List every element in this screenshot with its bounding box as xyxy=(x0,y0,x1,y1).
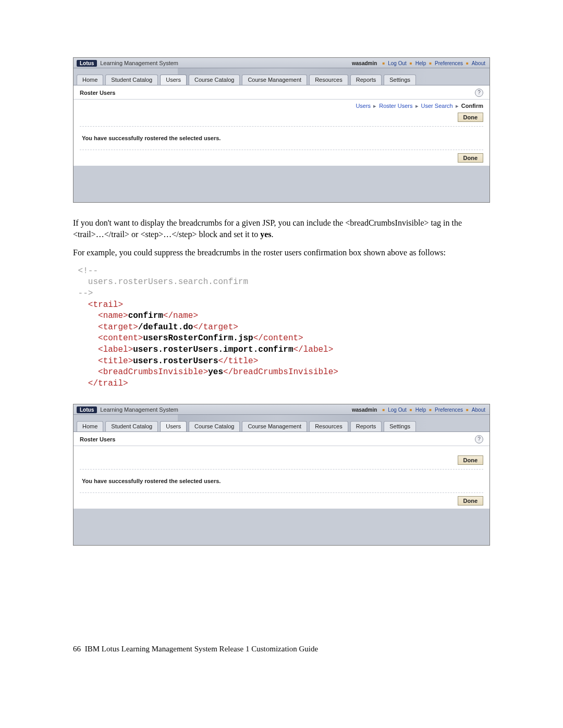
tab-reports[interactable]: Reports xyxy=(350,421,382,431)
code-value: confirm xyxy=(128,311,163,320)
sep-icon: ■ xyxy=(382,408,385,412)
preferences-link[interactable]: Preferences xyxy=(435,60,463,66)
breadcrumb: Users ▸ Roster Users ▸ User Search ▸ Con… xyxy=(74,100,489,110)
code-value: /default.do xyxy=(138,323,193,332)
tab-student-catalog[interactable]: Student Catalog xyxy=(105,421,158,431)
button-row-top: Done xyxy=(74,446,489,468)
code-tag: name xyxy=(103,311,123,320)
screenshot-with-breadcrumbs: Lotus Learning Management System wasadmi… xyxy=(73,57,490,203)
sep-icon: ■ xyxy=(429,61,432,66)
tab-users[interactable]: Users xyxy=(160,421,187,431)
header-links: wasadmin ■ Log Out ■ Help ■ Preferences … xyxy=(352,407,485,413)
content-area: Roster Users ? Done You have successfull… xyxy=(74,432,489,509)
tab-settings[interactable]: Settings xyxy=(384,421,416,431)
header-links: wasadmin ■ Log Out ■ Help ■ Preferences … xyxy=(352,60,485,66)
sep-icon: ■ xyxy=(466,61,469,66)
code-value: usersRosterConfirm.jsp xyxy=(143,334,253,343)
done-button[interactable]: Done xyxy=(458,113,484,122)
code-tag: trail xyxy=(98,379,123,388)
help-icon[interactable]: ? xyxy=(475,435,483,443)
tab-settings[interactable]: Settings xyxy=(384,75,416,85)
code-tag: trail xyxy=(93,300,118,310)
breadcrumb-user-search[interactable]: User Search xyxy=(421,103,453,109)
page-footer: 66 IBM Lotus Learning Management System … xyxy=(73,645,490,653)
page-title: Roster Users xyxy=(80,436,115,442)
code-tag: label xyxy=(103,345,128,354)
tab-reports[interactable]: Reports xyxy=(350,75,382,85)
divider xyxy=(80,469,483,470)
done-button[interactable]: Done xyxy=(458,455,484,465)
code-value: users.rosterUsers xyxy=(133,356,218,366)
doc-text: . xyxy=(272,230,274,239)
about-link[interactable]: About xyxy=(472,60,485,66)
app-header: Lotus Learning Management System wasadmi… xyxy=(74,404,489,415)
about-link[interactable]: About xyxy=(472,407,485,413)
app-brand: Lotus Learning Management System xyxy=(77,406,178,413)
help-link[interactable]: Help xyxy=(415,407,426,413)
chevron-right-icon: ▸ xyxy=(456,103,459,109)
page-title-bar: Roster Users ? xyxy=(74,85,489,100)
help-link[interactable]: Help xyxy=(415,60,426,66)
button-row-bottom: Done xyxy=(74,151,489,166)
brand-text: Learning Management System xyxy=(100,60,178,66)
chevron-right-icon: ▸ xyxy=(373,103,376,109)
sep-icon: ■ xyxy=(410,61,412,66)
sep-icon: ■ xyxy=(466,408,469,412)
page-number: 66 xyxy=(73,645,81,653)
done-button[interactable]: Done xyxy=(458,496,484,505)
footer-title: IBM Lotus Learning Management System Rel… xyxy=(85,645,318,653)
code-tag: title xyxy=(228,356,253,366)
doc-text-bold: yes xyxy=(260,230,271,239)
code-tag: breadCrumbsInvisible xyxy=(103,367,203,377)
tab-row: Home Student Catalog Users Course Catalo… xyxy=(74,68,489,85)
tab-resources[interactable]: Resources xyxy=(309,421,348,431)
logout-link[interactable]: Log Out xyxy=(388,60,407,66)
code-tag: label xyxy=(303,345,328,354)
breadcrumb-current: Confirm xyxy=(461,103,483,109)
code-value: users.rosterUsers.import.confirm xyxy=(133,345,293,354)
tab-course-catalog[interactable]: Course Catalog xyxy=(189,421,240,431)
success-message: You have successfully rostered the selec… xyxy=(74,471,489,491)
doc-paragraph-1: If you don't want to display the breadcr… xyxy=(73,217,490,240)
code-comment: <!-- xyxy=(78,266,98,276)
doc-paragraph-2: For example, you could suppress the brea… xyxy=(73,247,490,258)
tab-course-management[interactable]: Course Management xyxy=(242,421,307,431)
done-button[interactable]: Done xyxy=(458,153,484,163)
code-tag: target xyxy=(203,323,234,332)
screenshot-without-breadcrumbs: Lotus Learning Management System wasadmi… xyxy=(73,404,490,546)
tab-student-catalog[interactable]: Student Catalog xyxy=(105,75,158,85)
brand-badge: Lotus xyxy=(77,60,97,67)
brand-badge: Lotus xyxy=(77,406,97,413)
tab-course-catalog[interactable]: Course Catalog xyxy=(189,75,240,85)
header-user: wasadmin xyxy=(352,60,377,66)
app-brand: Lotus Learning Management System xyxy=(77,60,178,67)
breadcrumb-roster-users[interactable]: Roster Users xyxy=(379,103,412,109)
code-tag: content xyxy=(263,334,298,343)
tab-home[interactable]: Home xyxy=(77,75,103,85)
divider xyxy=(80,150,483,150)
help-icon[interactable]: ? xyxy=(475,89,483,97)
content-area: Roster Users ? Users ▸ Roster Users ▸ Us… xyxy=(74,85,489,166)
preferences-link[interactable]: Preferences xyxy=(435,407,463,413)
code-tag: content xyxy=(103,334,138,343)
breadcrumb-users[interactable]: Users xyxy=(356,103,371,109)
code-block: <!-- users.rosterUsers.search.confirm --… xyxy=(73,266,490,390)
button-row-bottom: Done xyxy=(74,494,489,509)
tab-resources[interactable]: Resources xyxy=(309,75,348,85)
tab-row: Home Student Catalog Users Course Catalo… xyxy=(74,415,489,432)
sep-icon: ■ xyxy=(410,408,412,412)
code-value: yes xyxy=(208,367,223,377)
code-tag: target xyxy=(103,323,133,332)
code-tag: title xyxy=(103,356,128,366)
app-footer-pad xyxy=(74,166,489,202)
code-tag: name xyxy=(173,311,193,320)
page-title: Roster Users xyxy=(80,90,115,96)
tab-home[interactable]: Home xyxy=(77,421,103,431)
logout-link[interactable]: Log Out xyxy=(388,407,407,413)
header-user: wasadmin xyxy=(352,407,377,413)
tab-users[interactable]: Users xyxy=(160,75,187,85)
tab-course-management[interactable]: Course Management xyxy=(242,75,307,85)
app-header: Lotus Learning Management System wasadmi… xyxy=(74,58,489,68)
success-message: You have successfully rostered the selec… xyxy=(74,128,489,149)
code-tag: breadCrumbsInvisible xyxy=(233,367,333,377)
